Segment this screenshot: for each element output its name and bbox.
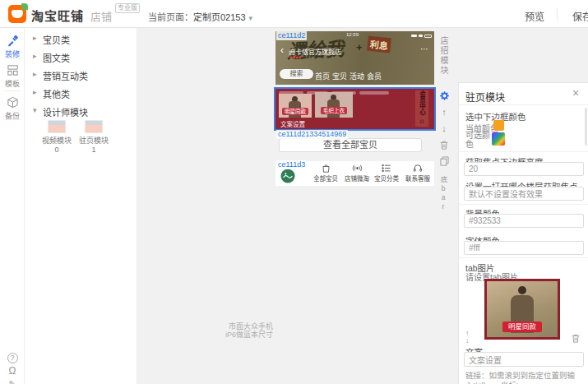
nav-item-label: 联系客服: [404, 173, 432, 183]
canvas-module-tabpage-selected[interactable]: 明星同款 毛织上衣 文案设置 会员中心 ⊙: [275, 89, 434, 129]
nav-item-all-items[interactable]: 全部宝贝: [312, 164, 340, 183]
background-color-input[interactable]: [464, 214, 584, 228]
module-thumb-label: 驻页模块1: [72, 136, 116, 155]
chevron-right-icon: ▸: [33, 34, 37, 42]
header-divider: [557, 7, 558, 21]
side-label-shop-banner: 店招模块: [438, 36, 450, 76]
feedback-button[interactable]: ✎: [0, 379, 25, 384]
tree-item-label: 设计师模块: [43, 105, 88, 118]
shop-search-pill[interactable]: 搜索: [280, 69, 313, 79]
module-settings-panel: 驻页模块 × 选中下边框颜色 当前颜色 可选颜色 获取焦点下边框高度 设置一打开…: [458, 82, 588, 384]
list-icon: [382, 164, 391, 173]
canvas-size-note: 市面大众手机iP6做蓝本尺寸: [207, 322, 273, 339]
nav-shop[interactable]: 店铺: [90, 8, 112, 24]
nav-item-customer-service[interactable]: 联系客服: [404, 164, 432, 183]
tab-card-button: 毛织上衣: [321, 107, 347, 114]
tree-item-baby[interactable]: ▸ 宝贝类: [25, 33, 137, 49]
panel-divider: [459, 104, 588, 105]
panel-divider: [459, 204, 588, 205]
banner-tab-items[interactable]: 宝贝: [332, 71, 347, 81]
panel-scrollbar[interactable]: [585, 108, 587, 146]
signal-icon: [411, 35, 417, 37]
help-icon: ?: [7, 353, 18, 363]
current-page-dropdown[interactable]: 当前页面：定制页02153▾: [148, 10, 252, 23]
nav-item-categories[interactable]: 宝贝分类: [373, 164, 400, 183]
back-icon[interactable]: ‹: [280, 44, 284, 56]
move-down-icon[interactable]: ↓: [465, 337, 470, 345]
tree-item-image-text[interactable]: ▸ 图文类: [25, 51, 137, 67]
help-button[interactable]: ?: [0, 349, 25, 363]
broadcast-icon: [352, 164, 363, 173]
chevron-right-icon: ▸: [33, 52, 37, 60]
tree-item-label: 其他类: [43, 87, 70, 100]
version-badge: 专业版: [115, 3, 140, 13]
tree-item-marketing[interactable]: ▸ 营销互动类: [25, 69, 137, 86]
target-icon: ⊙: [415, 118, 428, 125]
rail-divider: [4, 90, 21, 91]
vip-center-label: 会员中心: [418, 90, 427, 115]
current-color-swatch[interactable]: [493, 120, 504, 131]
banner-tab-home[interactable]: 首页: [315, 71, 330, 81]
nav-item-label: 宝贝分类: [373, 173, 400, 183]
tree-item-label: 图文类: [43, 51, 70, 64]
module-thumb-tabpage[interactable]: [85, 120, 103, 133]
color-picker-swatch[interactable]: [492, 132, 505, 146]
rail-item-template[interactable]: 模板: [0, 64, 25, 89]
wifi-icon: [419, 35, 423, 37]
copy-module-icon[interactable]: [440, 156, 449, 166]
close-icon[interactable]: ×: [572, 86, 579, 99]
current-page-value: 定制页02153: [193, 12, 246, 22]
status-time: 12:59: [346, 32, 359, 37]
move-down-icon[interactable]: ↓: [438, 123, 451, 140]
support-button[interactable]: Ω: [0, 365, 25, 377]
backup-cube-icon: [7, 96, 19, 109]
focus-border-height-input[interactable]: [464, 162, 584, 176]
module-tree-panel: ▸ 宝贝类 ▸ 图文类 ▸ 营销互动类 ▸ 其他类 ▾ 设计师模块 视频模块0 …: [25, 28, 137, 384]
banner-art-plus: +: [356, 41, 363, 53]
rating-hearts-icon: ♥♥♥♥: [289, 55, 301, 60]
panel-divider: [459, 151, 588, 152]
banner-tab-activity[interactable]: 活动: [350, 71, 364, 81]
panel-divider: [459, 257, 588, 258]
move-up-icon[interactable]: ↑: [438, 107, 451, 123]
model-photo: [518, 286, 526, 294]
delete-tab-trash-icon[interactable]: [571, 333, 581, 344]
battery-icon: [424, 35, 432, 38]
module-id-chip: ce111d3: [276, 160, 307, 169]
tab-strip-decor: [359, 91, 389, 95]
rail-item-backup[interactable]: 备份: [0, 96, 25, 121]
tab-card-1[interactable]: 明星同款: [279, 94, 312, 118]
font-color-input[interactable]: [464, 241, 584, 255]
rail-label: 模板: [0, 78, 25, 89]
rail-divider: [4, 119, 21, 120]
wangpu-logo-icon: [8, 5, 26, 23]
rail-item-decorate[interactable]: 装修: [0, 35, 25, 59]
link-helper-text: 链接：如需滚到到指定位置则输入'/#floor_坐标': [465, 371, 584, 384]
tree-item-other[interactable]: ▸ 其他类: [25, 87, 137, 104]
module-thumb-video[interactable]: [48, 120, 66, 133]
open-focus-floor-select[interactable]: [464, 187, 584, 201]
save-button[interactable]: 保存: [572, 9, 588, 23]
tree-item-designer-modules[interactable]: ▾ 设计师模块: [25, 105, 137, 122]
more-icon[interactable]: ⋯: [420, 44, 428, 53]
delete-module-trash-icon[interactable]: [439, 140, 449, 150]
side-label-bottom-bar: 底bar: [438, 176, 448, 211]
preview-button[interactable]: 预览: [525, 9, 544, 23]
view-all-items-button[interactable]: 查看全部宝贝: [279, 138, 422, 152]
shop-avatar: [280, 169, 295, 183]
optional-color-label: 可选颜色: [465, 131, 492, 149]
edit-icon: ✎: [8, 379, 16, 384]
banner-tab-member[interactable]: 会员: [367, 71, 382, 81]
copy-text-input[interactable]: [464, 352, 584, 367]
vip-center-strip: 会员中心 ⊙: [415, 90, 428, 127]
panel-title: 驻页模块: [465, 90, 505, 104]
nav-item-weitao[interactable]: 店铺微淘: [343, 164, 371, 183]
tab-image-preview[interactable]: 明星同款: [484, 279, 560, 340]
tab-card-2[interactable]: 毛织上衣: [315, 92, 353, 118]
module-settings-gear-icon[interactable]: [439, 90, 450, 101]
module-caption: 文案设置: [280, 119, 305, 128]
tab-card-button: 明星同款: [282, 108, 308, 115]
nav-item-label: 全部宝贝: [312, 173, 340, 183]
rail-divider: [4, 58, 21, 59]
left-icon-rail: 装修 模板 备份 ? Ω ✎: [0, 28, 25, 384]
